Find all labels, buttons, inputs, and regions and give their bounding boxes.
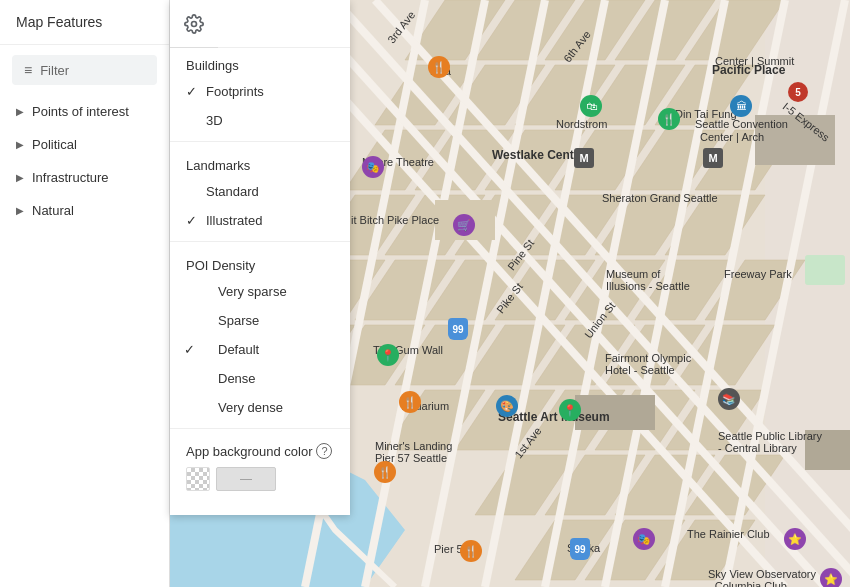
app-bg-label: App background color ? bbox=[186, 443, 332, 459]
check-icon-default: ✓ bbox=[184, 342, 195, 357]
filter-icon: ≡ bbox=[24, 62, 32, 78]
dropdown-item-sparse[interactable]: Sparse bbox=[170, 306, 350, 335]
svg-rect-68 bbox=[755, 115, 835, 165]
gear-button[interactable] bbox=[170, 0, 218, 48]
dropdown-item-dense[interactable]: Dense bbox=[170, 364, 350, 393]
divider-1 bbox=[170, 141, 350, 142]
poi-aquarium-food[interactable]: 🍴 bbox=[399, 391, 421, 413]
divider-2 bbox=[170, 241, 350, 242]
check-icon-footprints: ✓ bbox=[186, 84, 197, 99]
dropdown-item-very-sparse[interactable]: Very sparse bbox=[170, 277, 350, 306]
svg-point-69 bbox=[192, 21, 197, 26]
sidebar-item-political[interactable]: ▶ Political bbox=[0, 128, 169, 161]
gear-icon bbox=[184, 14, 204, 34]
dropdown-item-label-standard: Standard bbox=[206, 184, 259, 199]
sidebar: Map Features ≡ Filter ▶ Points of intere… bbox=[0, 0, 170, 587]
dropdown-item-standard[interactable]: Standard bbox=[170, 177, 350, 206]
svg-rect-64 bbox=[805, 255, 845, 285]
sidebar-title: Map Features bbox=[0, 0, 169, 45]
poi-skalka[interactable]: 🎭 bbox=[633, 528, 655, 550]
filter-label: Filter bbox=[40, 63, 69, 78]
route-99-shield-2: 99 bbox=[570, 538, 590, 560]
dropdown-panel: Buildings ✓ Footprints 3D Landmarks Stan… bbox=[170, 0, 350, 515]
app-bg-row: App background color ? bbox=[170, 435, 350, 467]
filter-bar[interactable]: ≡ Filter bbox=[12, 55, 157, 85]
poi-pike-place[interactable]: 🛒 bbox=[453, 214, 475, 236]
sidebar-item-infrastructure[interactable]: ▶ Infrastructure bbox=[0, 161, 169, 194]
poi-moore[interactable]: 🎭 bbox=[362, 156, 384, 178]
sidebar-item-label-natural: Natural bbox=[32, 203, 74, 218]
poi-rainier[interactable]: ⭐ bbox=[784, 528, 806, 550]
sidebar-item-label-poi: Points of interest bbox=[32, 104, 129, 119]
color-display-value[interactable]: — bbox=[216, 467, 276, 491]
dropdown-item-label-very-sparse: Very sparse bbox=[218, 284, 287, 299]
chevron-icon-infrastructure: ▶ bbox=[16, 172, 24, 183]
dropdown-item-3d[interactable]: 3D bbox=[170, 106, 350, 135]
sidebar-item-natural[interactable]: ▶ Natural bbox=[0, 194, 169, 227]
poi-convention-metro[interactable]: M bbox=[703, 148, 723, 168]
dropdown-item-label-dense: Dense bbox=[218, 371, 256, 386]
section-header-landmarks: Landmarks bbox=[170, 148, 350, 177]
dropdown-item-default[interactable]: ✓ Default bbox=[170, 335, 350, 364]
poi-library[interactable]: 📚 bbox=[718, 388, 740, 410]
poi-miners-food[interactable]: 🍴 bbox=[374, 461, 396, 483]
svg-rect-66 bbox=[575, 395, 655, 430]
section-header-poi-density: POI Density bbox=[170, 248, 350, 277]
poi-din-tai[interactable]: 🍴 bbox=[658, 108, 680, 130]
poi-sky-view[interactable]: ⭐ bbox=[820, 568, 842, 587]
sidebar-item-label-political: Political bbox=[32, 137, 77, 152]
dropdown-item-illustrated[interactable]: ✓ Illustrated bbox=[170, 206, 350, 235]
section-header-buildings: Buildings bbox=[170, 48, 350, 77]
sidebar-item-poi[interactable]: ▶ Points of interest bbox=[0, 95, 169, 128]
poi-nordstrom[interactable]: 🛍 bbox=[580, 95, 602, 117]
chevron-icon-natural: ▶ bbox=[16, 205, 24, 216]
poi-lola[interactable]: 🍴 bbox=[428, 56, 450, 78]
route-i5-shield: 5 bbox=[788, 82, 808, 102]
dropdown-item-label-sparse: Sparse bbox=[218, 313, 259, 328]
chevron-icon-poi: ▶ bbox=[16, 106, 24, 117]
poi-westlake-metro[interactable]: M bbox=[574, 148, 594, 168]
dropdown-item-label-illustrated: Illustrated bbox=[206, 213, 262, 228]
route-99-shield: 99 bbox=[448, 318, 468, 340]
color-checker-swatch[interactable] bbox=[186, 467, 210, 491]
poi-convention[interactable]: 🏛 bbox=[730, 95, 752, 117]
check-icon-illustrated: ✓ bbox=[186, 213, 197, 228]
poi-art-museum[interactable]: 🎨 bbox=[496, 395, 518, 417]
dropdown-item-footprints[interactable]: ✓ Footprints bbox=[170, 77, 350, 106]
dropdown-item-label-very-dense: Very dense bbox=[218, 400, 283, 415]
app-bg-text: App background color bbox=[186, 444, 312, 459]
svg-rect-67 bbox=[805, 430, 850, 470]
dropdown-item-label-default: Default bbox=[218, 342, 259, 357]
dropdown-item-very-dense[interactable]: Very dense bbox=[170, 393, 350, 422]
divider-3 bbox=[170, 428, 350, 429]
poi-pier55-food[interactable]: 🍴 bbox=[460, 540, 482, 562]
poi-gum-wall2[interactable]: 📍 bbox=[559, 399, 581, 421]
chevron-icon-political: ▶ bbox=[16, 139, 24, 150]
sidebar-item-label-infrastructure: Infrastructure bbox=[32, 170, 109, 185]
poi-gum-wall[interactable]: 📍 bbox=[377, 344, 399, 366]
dropdown-item-label-3d: 3D bbox=[206, 113, 223, 128]
help-icon[interactable]: ? bbox=[316, 443, 332, 459]
dropdown-item-label-footprints: Footprints bbox=[206, 84, 264, 99]
